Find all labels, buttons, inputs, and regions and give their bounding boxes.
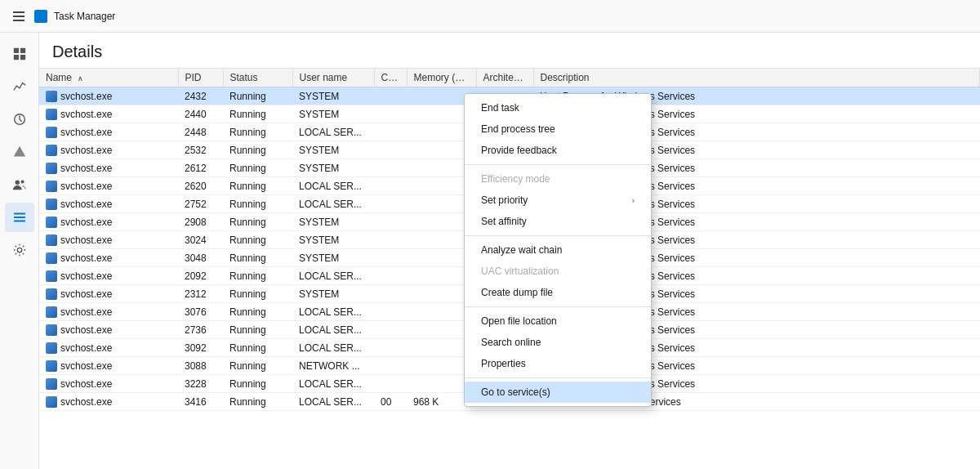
sidebar-item-app-history[interactable]: [5, 105, 34, 134]
menu-item-label: Efficiency mode: [481, 173, 550, 185]
menu-item-label: End process tree: [481, 123, 555, 135]
menu-item-label: Set affinity: [481, 216, 527, 227]
menu-divider: [465, 377, 651, 378]
svg-rect-9: [13, 221, 24, 222]
sidebar-item-details[interactable]: [5, 203, 34, 232]
svg-point-6: [20, 180, 24, 183]
menu-divider: [465, 235, 651, 236]
sidebar-item-services[interactable]: [5, 235, 34, 265]
svg-rect-7: [13, 213, 24, 215]
menu-item-analyze-wait-chain[interactable]: Analyze wait chain: [465, 239, 651, 261]
menu-item-label: End task: [481, 102, 519, 114]
sidebar-item-users[interactable]: [5, 170, 34, 199]
menu-item-label: Set priority: [481, 194, 528, 206]
sidebar-item-startup[interactable]: [5, 137, 34, 167]
menu-item-provide-feedback[interactable]: Provide feedback: [465, 140, 651, 161]
menu-item-open-file-location[interactable]: Open file location: [465, 310, 651, 332]
app-body: Details Name ∧ PID Status User name CPU …: [0, 33, 980, 469]
svg-rect-0: [13, 48, 18, 53]
menu-item-search-online[interactable]: Search online: [465, 332, 651, 353]
menu-item-uac-virtualization: UAC virtualization: [465, 261, 651, 282]
svg-point-10: [17, 248, 21, 252]
menu-item-end-task[interactable]: End task: [465, 97, 651, 118]
content-area: Details Name ∧ PID Status User name CPU …: [39, 33, 980, 469]
svg-point-5: [15, 181, 19, 185]
svg-rect-2: [13, 55, 18, 60]
svg-rect-8: [13, 217, 24, 218]
sidebar-item-overview[interactable]: [5, 39, 34, 69]
table-container: Name ∧ PID Status User name CPU Memory (…: [39, 69, 980, 469]
titlebar: Task Manager: [0, 0, 980, 33]
menu-item-label: Properties: [481, 358, 526, 369]
app-title: Task Manager: [54, 11, 115, 22]
menu-item-label: Search online: [481, 337, 541, 348]
menu-item-properties[interactable]: Properties: [465, 353, 651, 374]
menu-item-create-dump-file[interactable]: Create dump file: [465, 282, 651, 303]
menu-divider: [465, 164, 651, 165]
menu-item-label: Create dump file: [481, 287, 553, 298]
context-menu-overlay: End taskEnd process treeProvide feedback…: [39, 69, 980, 469]
submenu-arrow-icon: ›: [632, 196, 635, 205]
page-title: Details: [39, 33, 980, 69]
menu-item-set-affinity[interactable]: Set affinity: [465, 211, 651, 232]
menu-item-end-process-tree[interactable]: End process tree: [465, 118, 651, 140]
menu-item-label: Open file location: [481, 315, 557, 327]
menu-item-label: Go to service(s): [481, 386, 550, 398]
menu-item-label: Provide feedback: [481, 145, 557, 156]
svg-rect-3: [20, 55, 24, 60]
sidebar-item-performance[interactable]: [5, 72, 34, 101]
context-menu: End taskEnd process treeProvide feedback…: [464, 93, 652, 407]
svg-rect-1: [20, 48, 24, 53]
hamburger-menu[interactable]: [10, 8, 28, 25]
sidebar: [0, 33, 39, 469]
menu-item-label: UAC virtualization: [481, 266, 559, 277]
menu-item-set-priority[interactable]: Set priority›: [465, 190, 651, 211]
menu-divider: [465, 306, 651, 307]
menu-item-efficiency-mode: Efficiency mode: [465, 168, 651, 190]
app-icon: [34, 10, 47, 23]
menu-item-label: Analyze wait chain: [481, 244, 562, 256]
menu-item-go-to-service[interactable]: Go to service(s): [465, 382, 651, 403]
